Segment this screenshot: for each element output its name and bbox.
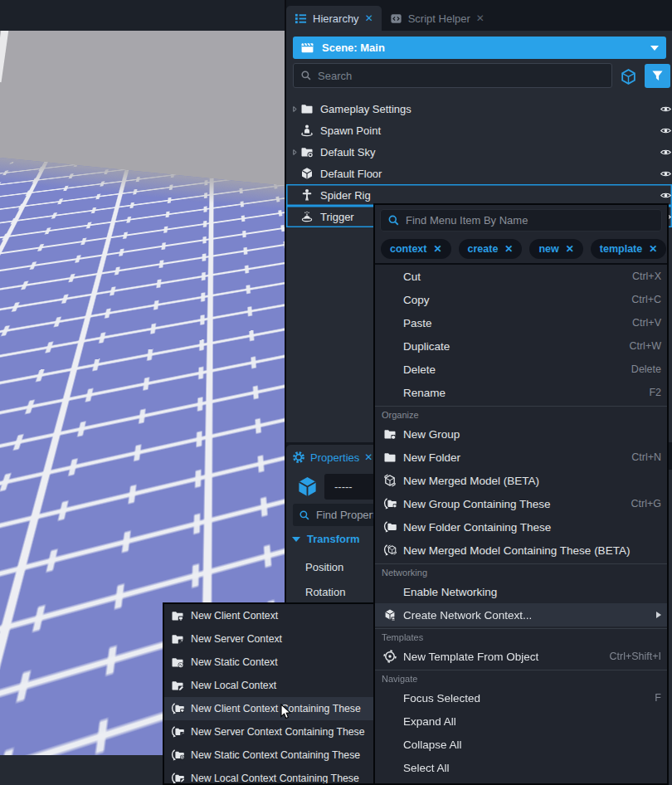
transform-section-label: Transform (307, 533, 360, 545)
tree-row-label: Spawn Point (320, 124, 381, 137)
visibility-eye-icon[interactable] (660, 103, 672, 115)
visibility-eye-icon[interactable] (660, 146, 672, 158)
script-helper-icon (390, 12, 402, 25)
menu-group-organize: Organize New Group New FolderCtrl+N New … (375, 406, 667, 562)
static-context-arc-icon (171, 748, 186, 762)
server-context-icon (171, 632, 186, 646)
tab-hierarchy-label: Hierarchy (313, 12, 359, 25)
object-name-value: ----- (334, 480, 353, 493)
search-icon (387, 214, 400, 227)
tree-row-default-floor[interactable]: Default Floor (286, 163, 672, 184)
chip-template[interactable]: template ✕ (591, 239, 666, 259)
folder-box-icon (383, 427, 400, 441)
menu-item-new-template[interactable]: New Template From ObjectCtrl+Shift+I (375, 645, 667, 668)
chip-create[interactable]: create ✕ (459, 239, 523, 259)
scene-clapperboard-icon (300, 41, 314, 55)
tab-script-helper-close-icon[interactable]: ✕ (476, 12, 485, 24)
menu-item-collapse-all[interactable]: Collapse All (375, 733, 667, 756)
menu-item-new-merged-containing[interactable]: New Merged Model Containing These (BETA) (375, 539, 667, 562)
tree-row-spawn-point[interactable]: Spawn Point (286, 119, 672, 141)
menu-item-copy[interactable]: CopyCtrl+C (375, 288, 667, 311)
expand-arrow-icon[interactable] (290, 105, 300, 113)
visibility-eye-icon[interactable] (660, 168, 672, 180)
merged-arc-icon (383, 544, 400, 557)
chevron-down-icon (650, 46, 659, 51)
scene-selector[interactable]: Scene: Main (293, 37, 666, 59)
menu-item-new-merged-model[interactable]: New Merged Model (BETA) (375, 469, 667, 492)
folder-badge-icon (300, 145, 315, 158)
object-cube-icon (296, 475, 319, 498)
menu-search-placeholder: Find Menu Item By Name (406, 214, 528, 227)
submenu-item-new-local-context[interactable]: New Local Context (164, 674, 373, 697)
template-icon (383, 650, 400, 663)
client-context-arc-icon (171, 702, 186, 715)
chip-remove-icon[interactable]: ✕ (649, 243, 657, 255)
property-search-placeholder: Find Property (316, 509, 381, 521)
submenu-item-new-server-context-containing[interactable]: New Server Context Containing These (164, 720, 373, 744)
property-position-label: Position (305, 561, 343, 573)
folder-icon (300, 102, 315, 115)
cube-icon (620, 68, 637, 85)
filter-icon (651, 70, 664, 82)
chip-remove-icon[interactable]: ✕ (566, 243, 574, 255)
tree-row-label: Default Sky (320, 146, 375, 158)
network-cube-icon (383, 608, 400, 622)
menu-group-navigate: Navigate Focus SelectedF Expand All Coll… (375, 670, 667, 779)
tree-row-gameplay-settings[interactable]: Gameplay Settings (286, 98, 672, 119)
menu-search-input[interactable]: Find Menu Item By Name (380, 209, 662, 232)
static-context-icon (171, 656, 186, 669)
hierarchy-search-input[interactable]: Search (293, 63, 612, 88)
asset-cube-button[interactable] (617, 66, 639, 87)
menu-item-select-all[interactable]: Select All (375, 756, 667, 779)
tab-hierarchy-close-icon[interactable]: ✕ (365, 12, 373, 24)
chip-remove-icon[interactable]: ✕ (433, 243, 441, 255)
tab-script-helper-label: Script Helper (408, 12, 470, 25)
menu-group-networking: Networking Enable Networking Create Netw… (375, 563, 667, 627)
menu-item-new-folder-containing[interactable]: New Folder Containing These (375, 515, 667, 539)
tab-hierarchy[interactable]: Hierarchy ✕ (286, 6, 382, 31)
tab-script-helper[interactable]: Script Helper ✕ (382, 6, 493, 31)
submenu-arrow-icon (656, 612, 661, 618)
filter-button[interactable] (645, 64, 670, 88)
tree-row-default-sky[interactable]: Default Sky (286, 141, 672, 163)
chip-remove-icon[interactable]: ✕ (504, 243, 513, 255)
menu-item-duplicate[interactable]: DuplicateCtrl+W (375, 334, 667, 358)
menu-item-paste[interactable]: PasteCtrl+V (375, 311, 667, 334)
submenu-item-new-server-context[interactable]: New Server Context (164, 627, 373, 651)
tree-row-label: Trigger (320, 211, 354, 223)
submenu-item-new-client-context[interactable]: New Client Context (164, 604, 373, 627)
menu-item-create-network-context[interactable]: Create Network Context... (375, 603, 667, 627)
menu-item-rename[interactable]: RenameF2 (375, 381, 667, 404)
submenu-item-new-static-context[interactable]: New Static Context (164, 651, 373, 674)
submenu-item-new-static-context-containing[interactable]: New Static Context Containing These (164, 744, 373, 767)
menu-item-expand-all[interactable]: Expand All (375, 709, 667, 733)
visibility-eye-icon[interactable] (660, 189, 672, 202)
menu-item-new-group-containing[interactable]: New Group Containing TheseCtrl+G (375, 492, 667, 515)
folder-icon (383, 451, 400, 464)
visibility-eye-icon[interactable] (660, 124, 672, 137)
collapse-triangle-icon (292, 537, 300, 542)
local-context-arc-icon (171, 772, 186, 785)
chip-new[interactable]: new ✕ (529, 239, 582, 259)
expand-arrow-icon[interactable] (290, 149, 300, 156)
tab-properties-close-icon[interactable]: ✕ (364, 451, 373, 463)
transform-section-header[interactable]: Transform (292, 533, 360, 545)
menu-group-header: Networking (375, 564, 667, 580)
menu-item-delete[interactable]: DeleteDelete (375, 358, 667, 381)
menu-item-enable-networking[interactable]: Enable Networking (375, 580, 667, 603)
menu-item-new-folder[interactable]: New FolderCtrl+N (375, 446, 667, 469)
server-context-arc-icon (171, 725, 186, 739)
chip-context[interactable]: context ✕ (381, 239, 451, 259)
submenu-item-new-local-context-containing[interactable]: New Local Context Containing These (164, 767, 373, 785)
client-context-icon (171, 609, 186, 622)
local-context-icon (171, 679, 186, 692)
menu-group-header: Templates (375, 629, 667, 645)
menu-item-focus-selected[interactable]: Focus SelectedF (375, 686, 667, 709)
tab-properties[interactable]: Properties ✕ (286, 445, 380, 470)
editor-screen: Hierarchy ✕ Script Helper ✕ Scene: Main … (0, 0, 672, 785)
hierarchy-search-placeholder: Search (318, 70, 352, 82)
menu-item-cut[interactable]: CutCtrl+X (375, 265, 667, 288)
menu-item-new-group[interactable]: New Group (375, 422, 667, 446)
submenu-item-new-client-context-containing[interactable]: New Client Context Containing These (164, 697, 373, 720)
context-menu: Find Menu Item By Name context ✕ create … (373, 203, 669, 785)
